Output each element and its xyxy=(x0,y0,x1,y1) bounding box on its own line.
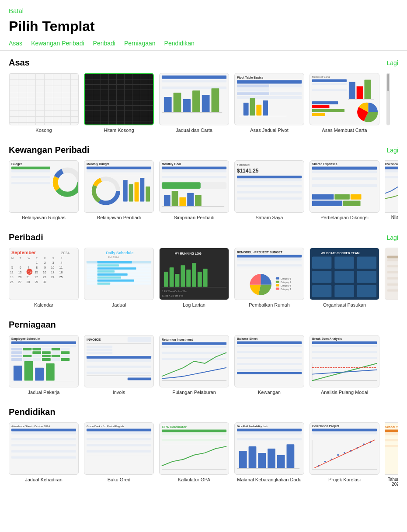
asas-section-header: Asas Lagi xyxy=(9,58,398,68)
black-grid xyxy=(85,74,153,124)
template-kalkulator-gpa[interactable]: GPA Calculator Kalkulator GPA xyxy=(159,422,229,487)
organisasi-pasukan-thumb: WILDCATS SOCCER TEAM xyxy=(310,248,379,300)
asas-scrollbar[interactable] xyxy=(386,73,390,125)
svg-rect-77 xyxy=(195,195,202,206)
svg-rect-105 xyxy=(385,173,398,175)
template-asas-carta[interactable]: Membuat Carta xyxy=(310,73,379,133)
tab-kewangan-peribadi[interactable]: Kewangan Peribadi xyxy=(31,40,84,47)
svg-rect-319 xyxy=(162,433,226,435)
svg-rect-330 xyxy=(249,446,257,468)
svg-rect-101 xyxy=(343,201,361,206)
dadu-thumb: Dice Roll Probability Lab xyxy=(234,422,304,475)
template-kosong[interactable]: Kosong xyxy=(9,73,79,133)
svg-rect-46 xyxy=(11,182,50,184)
analisis-thumb: Break-Even Analysis xyxy=(310,335,379,387)
svg-rect-325 xyxy=(237,429,302,432)
asas-more-button[interactable]: Lagi xyxy=(387,59,398,66)
tab-asas[interactable]: Asas xyxy=(9,40,22,47)
template-organisasi-pasukan[interactable]: WILDCATS SOCCER TEAM Organisasi Pasukan xyxy=(310,248,379,307)
buku-gred-thumb: Grade Book - 3rd Period English xyxy=(84,422,154,475)
template-belanjawan-ringkas[interactable]: Budget Belanjawa xyxy=(9,160,79,220)
template-hitam-kosong[interactable]: Hitam Kosong xyxy=(84,73,154,133)
kewangan-more-button[interactable]: Lagi xyxy=(387,147,398,154)
template-invois[interactable]: INVOICE xyxy=(84,335,154,395)
svg-rect-84 xyxy=(237,185,302,187)
page-title: Pilih Templat xyxy=(9,18,398,35)
svg-rect-33 xyxy=(364,80,371,99)
template-analisis-pulang-modal[interactable]: Break-Even Analysis xyxy=(310,335,379,395)
tab-pendidikan[interactable]: Pendidikan xyxy=(164,40,195,47)
template-kehadiran[interactable]: Attendance Sheet - October 2024 Jadual K… xyxy=(9,422,79,487)
svg-text:10: 10 xyxy=(51,266,55,269)
log-larian-thumb: MY RUNNING LOG 3.19 28m 40s 9m 21s xyxy=(159,248,229,300)
svg-rect-309 xyxy=(87,432,151,434)
template-dadu[interactable]: Dice Roll Probability Lab xyxy=(234,422,304,487)
template-jadual[interactable]: Daily Schedule Fall 2024 xyxy=(84,248,154,307)
svg-rect-312 xyxy=(87,441,151,443)
kalkulator-gpa-thumb: GPA Calculator xyxy=(159,422,229,475)
template-log-larian[interactable]: MY RUNNING LOG 3.19 28m 40s 9m 21s xyxy=(159,248,229,307)
template-rekod-bayi[interactable]: Baby's First Year xyxy=(385,248,398,307)
category-nav: Asas Kewangan Peribadi Peribadi Perniaga… xyxy=(9,40,398,47)
template-pembaikan-rumah[interactable]: REMODEL · PROJECT BUDGET xyxy=(234,248,304,307)
svg-rect-300 xyxy=(11,438,76,440)
svg-rect-289 xyxy=(312,354,377,356)
svg-rect-5 xyxy=(164,97,172,112)
svg-rect-62 xyxy=(135,182,139,201)
template-korelasi[interactable]: Correlation Project xyxy=(310,422,379,487)
svg-rect-337 xyxy=(312,429,377,432)
template-kewangan[interactable]: Balance Sheet Kewangan xyxy=(234,335,304,395)
svg-rect-275 xyxy=(237,348,302,350)
jadual-thumb: Daily Schedule Fall 2024 xyxy=(84,248,154,300)
tab-perniagaan[interactable]: Perniagaan xyxy=(124,40,156,47)
pivot-svg: Pivot Table Basics xyxy=(235,73,304,125)
blank-grid xyxy=(9,73,78,125)
svg-rect-1 xyxy=(162,80,226,83)
svg-text:GPA Calculator: GPA Calculator xyxy=(162,425,187,429)
template-nilai-bersih[interactable]: Net Worth Overview Nilai Bersih xyxy=(385,160,398,220)
belanjawan-peribadi-thumb: Monthly Budget xyxy=(84,160,154,213)
template-kalendar[interactable]: September 2024 M T W T F S S 1 2 3 xyxy=(9,248,79,307)
svg-rect-55 xyxy=(87,173,151,175)
template-tahun-sekolah[interactable]: 2024-2025 School Year Tahun Sekolah 2024… xyxy=(385,422,398,487)
template-jadual-carta[interactable]: Jadual dan Carta xyxy=(159,73,229,133)
belanjawan-ringkas-svg: Budget xyxy=(9,160,78,213)
svg-rect-8 xyxy=(192,90,200,112)
template-belanjawan-peribadi[interactable]: Monthly Budget xyxy=(84,160,154,220)
template-jadual-pekerja[interactable]: Employee Schedule xyxy=(9,335,79,395)
kewangan-thumb: Balance Sheet xyxy=(234,335,304,387)
svg-rect-68 xyxy=(162,170,226,172)
invois-label: Invois xyxy=(113,390,125,395)
template-asas-pivot[interactable]: Pivot Table Basics xyxy=(234,73,304,133)
saham-saya-label: Saham Saya xyxy=(256,215,283,220)
nilai-bersih-label: Nilai Bersih xyxy=(391,215,398,220)
svg-text:$1141.25: $1141.25 xyxy=(237,168,259,174)
svg-text:T: T xyxy=(20,257,21,259)
template-pulangan-pelaburan[interactable]: Return on Investment Pulangan Pelaburan xyxy=(159,335,229,395)
svg-rect-94 xyxy=(312,181,377,183)
svg-rect-334 xyxy=(287,444,295,468)
svg-rect-199 xyxy=(334,271,354,283)
template-buku-gred[interactable]: Grade Book - 3rd Period English Buku Gre… xyxy=(84,422,154,487)
tab-peribadi[interactable]: Peribadi xyxy=(93,40,115,47)
svg-rect-261 xyxy=(87,372,151,374)
template-simpanan-peribadi[interactable]: Monthly Goal xyxy=(159,160,229,220)
tahun-sekolah-label: Tahun Sekolah 2024-2025 xyxy=(385,477,398,487)
black-bg xyxy=(85,74,153,124)
svg-rect-321 xyxy=(162,439,226,441)
svg-rect-61 xyxy=(129,184,133,202)
cancel-button[interactable]: Batal xyxy=(9,7,24,14)
template-perbelanjaan-dikongsi[interactable]: Shared Expenses xyxy=(310,160,379,220)
template-hitam-kosong-label: Hitam Kosong xyxy=(104,128,134,133)
svg-rect-247 xyxy=(35,368,44,381)
carta-svg: Membuat Carta xyxy=(310,73,379,125)
svg-rect-104 xyxy=(385,170,398,172)
svg-rect-63 xyxy=(140,178,144,201)
svg-rect-174 xyxy=(203,269,208,287)
svg-rect-181 xyxy=(237,261,302,263)
template-saham-saya[interactable]: Portfolio $1141.25 Saham Saya xyxy=(234,160,304,220)
peribadi-more-button[interactable]: Lagi xyxy=(387,234,398,241)
svg-rect-156 xyxy=(97,270,115,273)
svg-rect-28 xyxy=(312,83,347,85)
svg-rect-234 xyxy=(23,355,32,357)
